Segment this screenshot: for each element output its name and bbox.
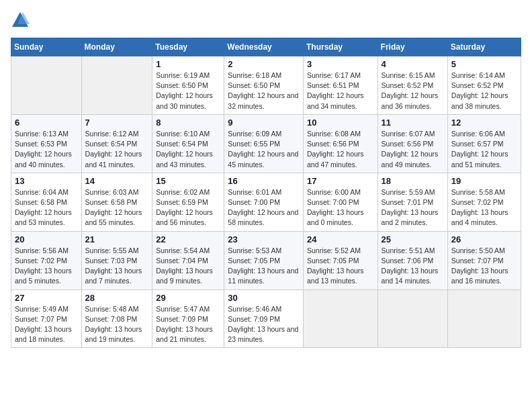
calendar-cell: 12Sunrise: 6:06 AM Sunset: 6:57 PM Dayli… xyxy=(447,114,521,173)
week-row-3: 13Sunrise: 6:04 AM Sunset: 6:58 PM Dayli… xyxy=(11,173,521,231)
day-detail: Sunrise: 5:46 AM Sunset: 7:09 PM Dayligh… xyxy=(228,304,300,345)
day-detail: Sunrise: 6:18 AM Sunset: 6:50 PM Dayligh… xyxy=(228,71,300,111)
day-number: 18 xyxy=(382,176,444,186)
day-detail: Sunrise: 5:54 AM Sunset: 7:04 PM Dayligh… xyxy=(156,246,220,287)
day-detail: Sunrise: 6:10 AM Sunset: 6:54 PM Dayligh… xyxy=(156,129,220,170)
calendar-table: SundayMondayTuesdayWednesdayThursdayFrid… xyxy=(11,38,521,348)
calendar-cell: 5Sunrise: 6:14 AM Sunset: 6:52 PM Daylig… xyxy=(447,56,521,115)
day-detail: Sunrise: 6:12 AM Sunset: 6:54 PM Dayligh… xyxy=(85,129,149,170)
day-header-tuesday: Tuesday xyxy=(152,38,224,56)
calendar-cell: 1Sunrise: 6:19 AM Sunset: 6:50 PM Daylig… xyxy=(152,56,224,115)
day-number: 29 xyxy=(156,293,220,303)
calendar-cell: 20Sunrise: 5:56 AM Sunset: 7:02 PM Dayli… xyxy=(11,231,82,289)
day-detail: Sunrise: 6:14 AM Sunset: 6:52 PM Dayligh… xyxy=(451,71,517,111)
day-detail: Sunrise: 5:50 AM Sunset: 7:07 PM Dayligh… xyxy=(451,246,517,287)
day-header-friday: Friday xyxy=(378,38,447,56)
calendar-cell: 30Sunrise: 5:46 AM Sunset: 7:09 PM Dayli… xyxy=(224,289,304,348)
day-detail: Sunrise: 5:55 AM Sunset: 7:03 PM Dayligh… xyxy=(85,246,149,287)
day-number: 23 xyxy=(228,234,300,244)
day-number: 27 xyxy=(15,293,78,303)
day-detail: Sunrise: 5:52 AM Sunset: 7:05 PM Dayligh… xyxy=(307,246,374,287)
calendar-cell xyxy=(11,56,82,115)
day-header-sunday: Sunday xyxy=(11,38,82,56)
calendar-cell: 9Sunrise: 6:09 AM Sunset: 6:55 PM Daylig… xyxy=(224,114,304,173)
day-header-wednesday: Wednesday xyxy=(224,38,304,56)
calendar-cell: 6Sunrise: 6:13 AM Sunset: 6:53 PM Daylig… xyxy=(11,114,82,173)
week-row-2: 6Sunrise: 6:13 AM Sunset: 6:53 PM Daylig… xyxy=(11,114,521,173)
calendar-header-row: SundayMondayTuesdayWednesdayThursdayFrid… xyxy=(11,38,521,56)
calendar-cell xyxy=(81,56,152,115)
calendar-cell: 17Sunrise: 6:00 AM Sunset: 7:00 PM Dayli… xyxy=(303,173,378,231)
logo-icon xyxy=(11,11,30,30)
calendar-cell: 18Sunrise: 5:59 AM Sunset: 7:01 PM Dayli… xyxy=(378,173,447,231)
calendar-cell: 4Sunrise: 6:15 AM Sunset: 6:52 PM Daylig… xyxy=(378,56,447,115)
day-detail: Sunrise: 6:09 AM Sunset: 6:55 PM Dayligh… xyxy=(228,129,300,170)
day-detail: Sunrise: 6:04 AM Sunset: 6:58 PM Dayligh… xyxy=(15,187,78,228)
day-detail: Sunrise: 5:51 AM Sunset: 7:06 PM Dayligh… xyxy=(382,246,444,287)
day-number: 10 xyxy=(307,118,374,128)
day-detail: Sunrise: 6:17 AM Sunset: 6:51 PM Dayligh… xyxy=(307,71,374,111)
day-number: 2 xyxy=(228,59,300,69)
day-detail: Sunrise: 6:08 AM Sunset: 6:56 PM Dayligh… xyxy=(307,129,374,170)
calendar-cell xyxy=(378,289,447,348)
day-number: 12 xyxy=(451,118,517,128)
day-detail: Sunrise: 5:53 AM Sunset: 7:05 PM Dayligh… xyxy=(228,246,300,287)
day-number: 28 xyxy=(85,293,149,303)
day-number: 17 xyxy=(307,176,374,186)
day-number: 11 xyxy=(382,118,444,128)
day-detail: Sunrise: 5:59 AM Sunset: 7:01 PM Dayligh… xyxy=(382,187,444,228)
calendar-cell: 2Sunrise: 6:18 AM Sunset: 6:50 PM Daylig… xyxy=(224,56,304,115)
day-detail: Sunrise: 5:49 AM Sunset: 7:07 PM Dayligh… xyxy=(15,304,78,345)
day-detail: Sunrise: 5:48 AM Sunset: 7:08 PM Dayligh… xyxy=(85,304,149,345)
day-detail: Sunrise: 5:58 AM Sunset: 7:02 PM Dayligh… xyxy=(451,187,517,228)
calendar-cell: 24Sunrise: 5:52 AM Sunset: 7:05 PM Dayli… xyxy=(303,231,378,289)
day-header-monday: Monday xyxy=(81,38,152,56)
calendar-cell: 15Sunrise: 6:02 AM Sunset: 6:59 PM Dayli… xyxy=(152,173,224,231)
day-number: 21 xyxy=(85,234,149,244)
day-number: 9 xyxy=(228,118,300,128)
calendar-cell xyxy=(447,289,521,348)
logo xyxy=(11,11,32,30)
day-number: 8 xyxy=(156,118,220,128)
calendar-cell: 28Sunrise: 5:48 AM Sunset: 7:08 PM Dayli… xyxy=(81,289,152,348)
calendar-cell: 7Sunrise: 6:12 AM Sunset: 6:54 PM Daylig… xyxy=(81,114,152,173)
week-row-4: 20Sunrise: 5:56 AM Sunset: 7:02 PM Dayli… xyxy=(11,231,521,289)
day-number: 1 xyxy=(156,59,220,69)
day-number: 22 xyxy=(156,234,220,244)
day-header-saturday: Saturday xyxy=(447,38,521,56)
day-detail: Sunrise: 6:02 AM Sunset: 6:59 PM Dayligh… xyxy=(156,187,220,228)
calendar-cell: 29Sunrise: 5:47 AM Sunset: 7:09 PM Dayli… xyxy=(152,289,224,348)
calendar-cell: 27Sunrise: 5:49 AM Sunset: 7:07 PM Dayli… xyxy=(11,289,82,348)
calendar-cell xyxy=(303,289,378,348)
day-number: 25 xyxy=(382,234,444,244)
day-number: 15 xyxy=(156,176,220,186)
calendar-cell: 10Sunrise: 6:08 AM Sunset: 6:56 PM Dayli… xyxy=(303,114,378,173)
day-detail: Sunrise: 5:47 AM Sunset: 7:09 PM Dayligh… xyxy=(156,304,220,345)
day-detail: Sunrise: 6:01 AM Sunset: 7:00 PM Dayligh… xyxy=(228,187,300,228)
day-header-thursday: Thursday xyxy=(303,38,378,56)
day-detail: Sunrise: 6:13 AM Sunset: 6:53 PM Dayligh… xyxy=(15,129,78,170)
calendar-cell: 21Sunrise: 5:55 AM Sunset: 7:03 PM Dayli… xyxy=(81,231,152,289)
calendar-cell: 25Sunrise: 5:51 AM Sunset: 7:06 PM Dayli… xyxy=(378,231,447,289)
day-detail: Sunrise: 6:03 AM Sunset: 6:58 PM Dayligh… xyxy=(85,187,149,228)
day-number: 16 xyxy=(228,176,300,186)
day-number: 30 xyxy=(228,293,300,303)
day-number: 13 xyxy=(15,176,78,186)
day-number: 20 xyxy=(15,234,78,244)
day-detail: Sunrise: 6:19 AM Sunset: 6:50 PM Dayligh… xyxy=(156,71,220,111)
calendar-cell: 26Sunrise: 5:50 AM Sunset: 7:07 PM Dayli… xyxy=(447,231,521,289)
day-number: 5 xyxy=(451,59,517,69)
day-number: 4 xyxy=(382,59,444,69)
day-number: 19 xyxy=(451,176,517,186)
day-detail: Sunrise: 6:00 AM Sunset: 7:00 PM Dayligh… xyxy=(307,187,374,228)
calendar-cell: 3Sunrise: 6:17 AM Sunset: 6:51 PM Daylig… xyxy=(303,56,378,115)
day-number: 26 xyxy=(451,234,517,244)
calendar-cell: 13Sunrise: 6:04 AM Sunset: 6:58 PM Dayli… xyxy=(11,173,82,231)
day-detail: Sunrise: 6:06 AM Sunset: 6:57 PM Dayligh… xyxy=(451,129,517,170)
day-number: 14 xyxy=(85,176,149,186)
day-detail: Sunrise: 6:07 AM Sunset: 6:56 PM Dayligh… xyxy=(382,129,444,170)
day-number: 7 xyxy=(85,118,149,128)
day-detail: Sunrise: 5:56 AM Sunset: 7:02 PM Dayligh… xyxy=(15,246,78,287)
calendar-cell: 19Sunrise: 5:58 AM Sunset: 7:02 PM Dayli… xyxy=(447,173,521,231)
page-header xyxy=(11,11,521,30)
